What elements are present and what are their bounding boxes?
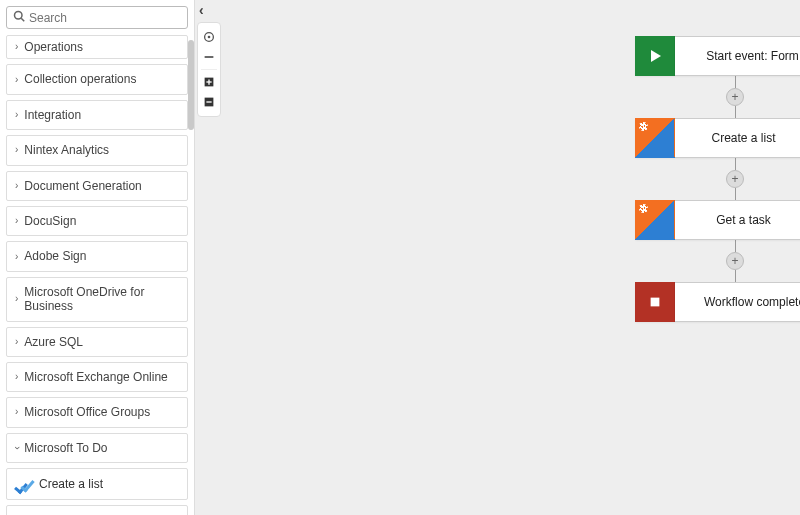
- search-wrap: [0, 0, 194, 35]
- category-label: Operations: [24, 40, 83, 54]
- node-get-a-task[interactable]: Get a task •••: [635, 200, 800, 240]
- chevron-right-icon: ›: [15, 293, 18, 305]
- action-badge-icon: [635, 200, 675, 240]
- search-input[interactable]: [29, 11, 181, 25]
- svg-rect-11: [650, 298, 659, 307]
- node-start-event[interactable]: Start event: Form: [635, 36, 800, 76]
- add-step-button[interactable]: +: [726, 88, 744, 106]
- category-label: Integration: [24, 108, 81, 122]
- node-label: Workflow complete: [675, 295, 800, 309]
- chevron-right-icon: ›: [15, 251, 18, 263]
- svg-marker-10: [651, 50, 661, 62]
- chevron-right-icon: ›: [15, 215, 18, 227]
- workflow-flow: Start event: Form + Create a list ••• + …: [635, 36, 800, 322]
- stop-icon: [648, 295, 662, 309]
- category-microsoft-to-do[interactable]: › Microsoft To Do: [6, 433, 188, 463]
- collapse-all-button[interactable]: [199, 92, 219, 112]
- zoom-reset-button[interactable]: [199, 47, 219, 67]
- chevron-right-icon: ›: [15, 74, 18, 86]
- action-create-a-list[interactable]: Create a list: [6, 468, 188, 500]
- start-badge: [635, 36, 675, 76]
- zoom-fit-button[interactable]: [199, 27, 219, 47]
- toolbar-separator: [201, 69, 217, 70]
- search-icon: [13, 10, 25, 25]
- category-label: Microsoft Exchange Online: [24, 370, 167, 384]
- chevron-right-icon: ›: [15, 41, 18, 53]
- action-label: Create a list: [39, 477, 103, 491]
- svg-point-0: [15, 12, 23, 20]
- category-label: Microsoft Office Groups: [24, 405, 150, 419]
- canvas-toolbar: [197, 22, 221, 117]
- category-integration[interactable]: › Integration: [6, 100, 188, 130]
- expand-all-button[interactable]: [199, 72, 219, 92]
- category-collection-operations[interactable]: › Collection operations: [6, 64, 188, 94]
- category-label: Document Generation: [24, 179, 141, 193]
- add-step-button[interactable]: +: [726, 170, 744, 188]
- zoom-fit-icon: [202, 30, 216, 44]
- sidebar-scrollbar[interactable]: [188, 40, 194, 515]
- category-label: DocuSign: [24, 214, 76, 228]
- plus-icon: +: [731, 255, 738, 267]
- connector-line: [735, 76, 736, 88]
- node-label: Create a list: [675, 131, 800, 145]
- chevron-right-icon: ›: [15, 144, 18, 156]
- category-azure-sql[interactable]: › Azure SQL: [6, 327, 188, 357]
- workflow-canvas[interactable]: ‹ Start event: Form +: [195, 0, 800, 515]
- category-label: Nintex Analytics: [24, 143, 109, 157]
- chevron-down-icon: ›: [11, 446, 23, 449]
- category-office-groups[interactable]: › Microsoft Office Groups: [6, 397, 188, 427]
- collapse-icon: [202, 95, 216, 109]
- add-step-button[interactable]: +: [726, 252, 744, 270]
- sidebar-scrollbar-thumb[interactable]: [188, 40, 194, 130]
- collapse-sidebar-handle[interactable]: ‹: [199, 2, 204, 18]
- category-adobe-sign[interactable]: › Adobe Sign: [6, 241, 188, 271]
- plus-icon: +: [731, 91, 738, 103]
- chevron-right-icon: ›: [15, 371, 18, 383]
- node-create-a-list[interactable]: Create a list •••: [635, 118, 800, 158]
- plus-icon: +: [731, 173, 738, 185]
- node-label: Get a task: [675, 213, 800, 227]
- connector-line: [735, 240, 736, 252]
- action-badge-icon: [635, 118, 675, 158]
- minus-icon: [202, 50, 216, 64]
- search-box[interactable]: [6, 6, 188, 29]
- category-docusign[interactable]: › DocuSign: [6, 206, 188, 236]
- category-label: Microsoft OneDrive for Business: [24, 285, 179, 314]
- chevron-right-icon: ›: [15, 406, 18, 418]
- expand-icon: [202, 75, 216, 89]
- category-label: Azure SQL: [24, 335, 83, 349]
- chevron-right-icon: ›: [15, 109, 18, 121]
- action-toolbox-sidebar: › Operations › Collection operations › I…: [0, 0, 195, 515]
- category-label: Collection operations: [24, 72, 136, 86]
- connector-line: [735, 188, 736, 200]
- connector-line: [735, 270, 736, 282]
- category-list[interactable]: › Operations › Collection operations › I…: [0, 35, 194, 515]
- category-onedrive-business[interactable]: › Microsoft OneDrive for Business: [6, 277, 188, 322]
- todo-check-icon: [15, 475, 33, 493]
- connector-line: [735, 106, 736, 118]
- connector-line: [735, 158, 736, 170]
- category-label: Adobe Sign: [24, 249, 86, 263]
- node-label: Start event: Form: [675, 49, 800, 63]
- category-nintex-analytics[interactable]: › Nintex Analytics: [6, 135, 188, 165]
- chevron-right-icon: ›: [15, 336, 18, 348]
- category-document-generation[interactable]: › Document Generation: [6, 171, 188, 201]
- chevron-left-icon: ‹: [199, 2, 204, 18]
- svg-line-1: [21, 18, 24, 21]
- category-label: Microsoft To Do: [24, 441, 107, 455]
- svg-point-3: [208, 36, 211, 39]
- action-create-a-task[interactable]: Create a task: [6, 505, 188, 515]
- node-workflow-complete[interactable]: Workflow complete: [635, 282, 800, 322]
- category-exchange-online[interactable]: › Microsoft Exchange Online: [6, 362, 188, 392]
- play-icon: [647, 48, 663, 64]
- category-operations[interactable]: › Operations: [6, 35, 188, 59]
- end-badge: [635, 282, 675, 322]
- chevron-right-icon: ›: [15, 180, 18, 192]
